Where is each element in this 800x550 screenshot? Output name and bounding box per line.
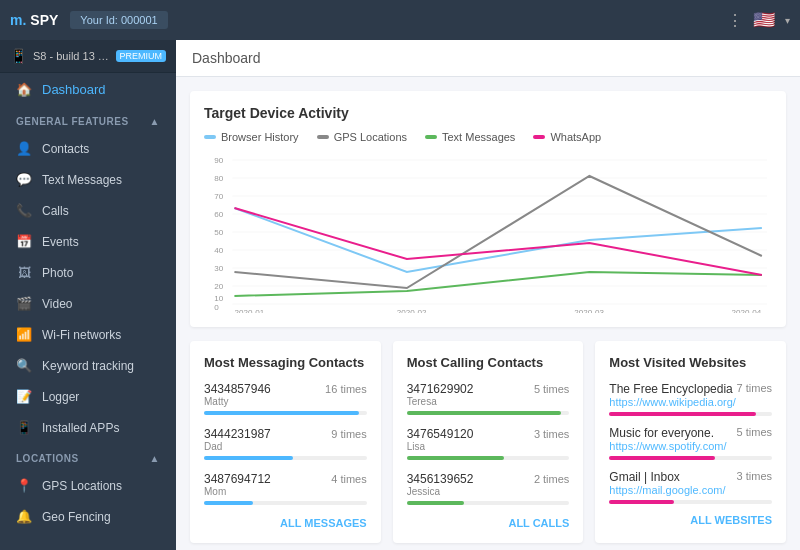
sidebar-item-photo[interactable]: 🖼 Photo: [0, 257, 176, 288]
msg-contact-3-name: Mom: [204, 486, 271, 497]
sidebar-item-wifi[interactable]: 📶 Wi-Fi networks: [0, 319, 176, 350]
contacts-icon: 👤: [16, 141, 32, 156]
chevron-down-icon[interactable]: ▾: [785, 15, 790, 26]
svg-text:90: 90: [214, 156, 224, 165]
calls-label: Calls: [42, 204, 69, 218]
legend-sms: Text Messages: [425, 131, 515, 143]
website-1-title: The Free Encyclopedia: [609, 382, 736, 396]
legend-label-browser: Browser History: [221, 131, 299, 143]
collapse-icon[interactable]: ▲: [150, 116, 160, 127]
sidebar-item-gps[interactable]: 📍 GPS Locations: [0, 470, 176, 501]
photo-label: Photo: [42, 266, 73, 280]
calling-contact-1: 3471629902 Teresa 5 times: [407, 382, 570, 415]
sidebar-item-calls[interactable]: 📞 Calls: [0, 195, 176, 226]
page-title: Dashboard: [192, 50, 261, 66]
keyword-icon: 🔍: [16, 358, 32, 373]
websites-card-title: Most Visited Websites: [609, 355, 772, 370]
msg-bar-1: [204, 411, 359, 415]
msg-contact-2-name: Dad: [204, 441, 271, 452]
messaging-contact-1: 3434857946 Matty 16 times: [204, 382, 367, 415]
svg-text:20: 20: [214, 282, 224, 291]
call-contact-3-count: 2 times: [534, 473, 569, 485]
website-2: Music for everyone. https://www.spotify.…: [609, 426, 772, 460]
collapse-locations-icon[interactable]: ▲: [150, 453, 160, 464]
sidebar-item-installed-apps[interactable]: 📱 Installed APPs: [0, 412, 176, 443]
topbar: m.SPY Your Id: 000001 ⋮ 🇺🇸 ▾: [0, 0, 800, 40]
main-header: Dashboard: [176, 40, 800, 77]
video-label: Video: [42, 297, 72, 311]
call-bar-3: [407, 501, 464, 505]
call-contact-1-count: 5 times: [534, 383, 569, 395]
device-info[interactable]: 📱 S8 - build 13 - 5... PREMIUM: [0, 40, 176, 73]
sidebar-item-video[interactable]: 🎬 Video: [0, 288, 176, 319]
messaging-contact-2: 3444231987 Dad 9 times: [204, 427, 367, 460]
sidebar-item-contacts[interactable]: 👤 Contacts: [0, 133, 176, 164]
web-bar-2: [609, 456, 715, 460]
svg-text:2020-02: 2020-02: [397, 308, 427, 313]
msg-contact-2-count: 9 times: [331, 428, 366, 440]
msg-bar-2: [204, 456, 293, 460]
legend-dot-browser: [204, 135, 216, 139]
svg-text:0: 0: [214, 303, 219, 312]
calling-contact-3: 3456139652 Jessica 2 times: [407, 472, 570, 505]
events-label: Events: [42, 235, 79, 249]
sidebar-item-logger[interactable]: 📝 Logger: [0, 381, 176, 412]
web-bar-1: [609, 412, 755, 416]
flag-icon[interactable]: 🇺🇸: [753, 9, 775, 31]
website-1-count: 7 times: [737, 382, 772, 394]
legend-dot-whatsapp: [533, 135, 545, 139]
chart-legend: Browser History GPS Locations Text Messa…: [204, 131, 772, 143]
sidebar-item-events[interactable]: 📅 Events: [0, 226, 176, 257]
msg-contact-1-number: 3434857946: [204, 382, 271, 396]
call-contact-1-name: Teresa: [407, 396, 474, 407]
logo: m.SPY: [10, 12, 58, 28]
svg-text:80: 80: [214, 174, 224, 183]
messages-icon: 💬: [16, 172, 32, 187]
logo-m: m.: [10, 12, 26, 28]
website-3-title: Gmail | Inbox: [609, 470, 725, 484]
website-3-count: 3 times: [737, 470, 772, 482]
sidebar-item-geofencing[interactable]: 🔔 Geo Fencing: [0, 501, 176, 532]
messaging-card: Most Messaging Contacts 3434857946 Matty…: [190, 341, 381, 543]
call-bar-2: [407, 456, 505, 460]
msg-contact-1-count: 16 times: [325, 383, 367, 395]
sidebar-item-text-messages[interactable]: 💬 Text Messages: [0, 164, 176, 195]
legend-label-gps: GPS Locations: [334, 131, 407, 143]
call-contact-2-count: 3 times: [534, 428, 569, 440]
gps-icon: 📍: [16, 478, 32, 493]
all-calls-link[interactable]: ALL CALLS: [407, 517, 570, 529]
device-name: S8 - build 13 - 5...: [33, 50, 110, 62]
more-icon[interactable]: ⋮: [727, 11, 743, 30]
device-icon: 📱: [10, 48, 27, 64]
call-contact-3-name: Jessica: [407, 486, 474, 497]
all-websites-link[interactable]: ALL WEBSITES: [609, 514, 772, 526]
main-body: Target Device Activity Browser History G…: [176, 77, 800, 550]
sidebar-item-dashboard[interactable]: 🏠 Dashboard: [0, 73, 176, 106]
geofence-icon: 🔔: [16, 509, 32, 524]
main-content: Dashboard Target Device Activity Browser…: [176, 40, 800, 550]
call-contact-1-number: 3471629902: [407, 382, 474, 396]
locations-section: LOCATIONS ▲: [0, 443, 176, 470]
msg-contact-2-number: 3444231987: [204, 427, 271, 441]
premium-badge: PREMIUM: [116, 50, 167, 62]
user-id: Your Id: 000001: [70, 11, 167, 29]
web-bar-3: [609, 500, 674, 504]
text-messages-label: Text Messages: [42, 173, 122, 187]
chart-title: Target Device Activity: [204, 105, 772, 121]
chart-svg: 90 80 70 60 50 40 30 20 10 0: [204, 153, 772, 313]
svg-text:60: 60: [214, 210, 224, 219]
all-messages-link[interactable]: ALL MESSAGES: [204, 517, 367, 529]
calling-contact-2: 3476549120 Lisa 3 times: [407, 427, 570, 460]
geofence-label: Geo Fencing: [42, 510, 111, 524]
call-contact-2-number: 3476549120: [407, 427, 474, 441]
websites-card: Most Visited Websites The Free Encyclope…: [595, 341, 786, 543]
photo-icon: 🖼: [16, 265, 32, 280]
messaging-card-title: Most Messaging Contacts: [204, 355, 367, 370]
website-2-title: Music for everyone.: [609, 426, 726, 440]
website-2-url: https://www.spotify.com/: [609, 440, 726, 452]
svg-text:30: 30: [214, 264, 224, 273]
sidebar-item-keyword[interactable]: 🔍 Keyword tracking: [0, 350, 176, 381]
keyword-label: Keyword tracking: [42, 359, 134, 373]
chart-card: Target Device Activity Browser History G…: [190, 91, 786, 327]
calling-card-title: Most Calling Contacts: [407, 355, 570, 370]
